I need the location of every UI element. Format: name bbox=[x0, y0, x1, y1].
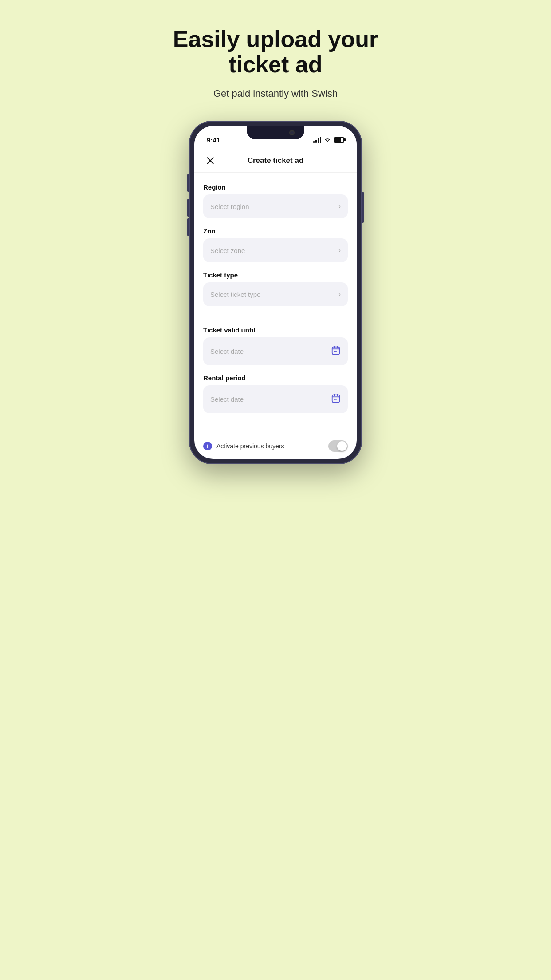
activate-toggle[interactable] bbox=[328, 440, 348, 452]
phone-outer: 9:41 bbox=[189, 121, 362, 464]
rental-period-placeholder: Select date bbox=[210, 395, 244, 403]
status-icons bbox=[313, 137, 344, 143]
region-group: Region Select region › bbox=[203, 183, 348, 218]
valid-until-placeholder: Select date bbox=[210, 348, 244, 355]
battery-icon bbox=[334, 137, 344, 143]
zone-placeholder: Select zone bbox=[210, 247, 245, 254]
rental-period-calendar-icon bbox=[331, 393, 341, 405]
screen-title: Create ticket ad bbox=[248, 156, 304, 165]
valid-until-select[interactable]: Select date bbox=[203, 337, 348, 365]
status-time: 9:41 bbox=[207, 136, 220, 144]
zone-group: Zon Select zone › bbox=[203, 227, 348, 262]
wifi-icon bbox=[324, 137, 331, 143]
ticket-type-group: Ticket type Select ticket type › bbox=[203, 271, 348, 306]
ticket-type-placeholder: Select ticket type bbox=[210, 291, 260, 298]
svg-rect-6 bbox=[334, 351, 335, 352]
valid-until-group: Ticket valid until Select date bbox=[203, 326, 348, 365]
form-content: Region Select region › Zon Select zone › bbox=[194, 173, 357, 433]
activate-label: Activate previous buyers bbox=[216, 443, 284, 450]
svg-rect-13 bbox=[335, 399, 337, 400]
ticket-type-label: Ticket type bbox=[203, 271, 348, 279]
rental-period-label: Rental period bbox=[203, 374, 348, 382]
phone-mockup: 9:41 bbox=[189, 121, 362, 464]
activate-left: i Activate previous buyers bbox=[203, 442, 284, 450]
notch bbox=[247, 126, 304, 139]
ticket-type-select[interactable]: Select ticket type › bbox=[203, 282, 348, 306]
page-subheadline: Get paid instantly with Swish bbox=[213, 88, 338, 99]
region-select[interactable]: Select region › bbox=[203, 194, 348, 218]
svg-rect-7 bbox=[335, 351, 337, 352]
rental-period-select[interactable]: Select date bbox=[203, 385, 348, 413]
form-divider bbox=[203, 317, 348, 317]
page-headline: Easily upload your ticket ad bbox=[160, 27, 391, 77]
app-header: Create ticket ad bbox=[194, 147, 357, 173]
close-button[interactable] bbox=[203, 154, 217, 168]
toggle-knob bbox=[337, 441, 347, 451]
phone-screen: 9:41 bbox=[194, 126, 357, 459]
notch-camera bbox=[289, 130, 295, 135]
rental-period-group: Rental period Select date bbox=[203, 374, 348, 413]
activate-row: i Activate previous buyers bbox=[194, 433, 357, 459]
region-placeholder: Select region bbox=[210, 203, 249, 210]
ticket-type-chevron-icon: › bbox=[338, 290, 341, 298]
valid-until-calendar-icon bbox=[331, 345, 341, 357]
svg-rect-12 bbox=[334, 399, 335, 400]
zone-chevron-icon: › bbox=[338, 246, 341, 254]
valid-until-label: Ticket valid until bbox=[203, 326, 348, 334]
zone-select[interactable]: Select zone › bbox=[203, 238, 348, 262]
signal-icon bbox=[313, 137, 321, 143]
info-icon: i bbox=[203, 442, 212, 450]
zone-label: Zon bbox=[203, 227, 348, 235]
region-label: Region bbox=[203, 183, 348, 191]
region-chevron-icon: › bbox=[338, 202, 341, 210]
